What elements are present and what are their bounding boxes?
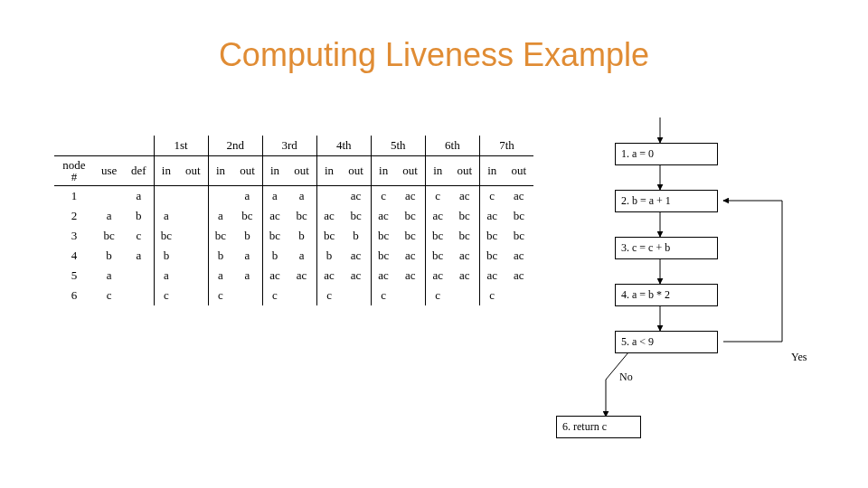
cfg-diagram: 1. a = 0 2. b = a + 1 3. c = c + b 4. a … [597,117,850,479]
col-out: out [505,156,533,186]
cfg-node-2: 2. b = a + 1 [615,190,718,212]
col-out: out [232,156,262,186]
col-in: in [425,156,449,186]
col-out: out [287,156,316,186]
table-row: 2abaabcacbcacbcacbcacbcacbc [54,206,533,226]
iteration-header: 2nd [208,136,262,156]
iteration-header: 6th [425,136,479,156]
col-in: in [479,156,504,186]
col-in: in [208,156,232,186]
col-node: node# [54,156,94,186]
edge-label-no: No [619,371,633,384]
iteration-header: 1st [154,136,208,156]
col-out: out [178,156,208,186]
table-row: 1aaaaaccaccaccac [54,186,533,207]
col-in: in [316,156,341,186]
cfg-node-6: 6. return c [556,416,641,438]
col-def: def [124,156,154,186]
page-title: Computing Liveness Example [0,36,868,74]
col-out: out [450,156,480,186]
col-out: out [395,156,425,186]
col-out: out [341,156,371,186]
cfg-node-1: 1. a = 0 [615,143,718,165]
cfg-node-4: 4. a = b * 2 [615,284,718,306]
table-row: 5aaaaacacacacacacacacacac [54,266,533,286]
cfg-node-5: 5. a < 9 [615,331,718,353]
iteration-header: 7th [479,136,533,156]
edge-label-yes: Yes [791,351,807,364]
col-in: in [262,156,287,186]
col-in: in [154,156,178,186]
cfg-node-3: 3. c = c + b [615,237,718,259]
table-row: 3bccbcbcbbcbbcbbcbcbcbcbcbc [54,226,533,246]
table-row: 6cccccccc [54,286,533,305]
iteration-header: 5th [371,136,425,156]
col-in: in [371,156,395,186]
liveness-table: 1st2nd3rd4th5th6th7thnode#usedefinoutino… [54,136,533,305]
col-use: use [94,156,124,186]
iteration-header: 4th [316,136,371,156]
iteration-header: 3rd [262,136,316,156]
table-row: 4babbababacbcacbcacbcac [54,246,533,266]
